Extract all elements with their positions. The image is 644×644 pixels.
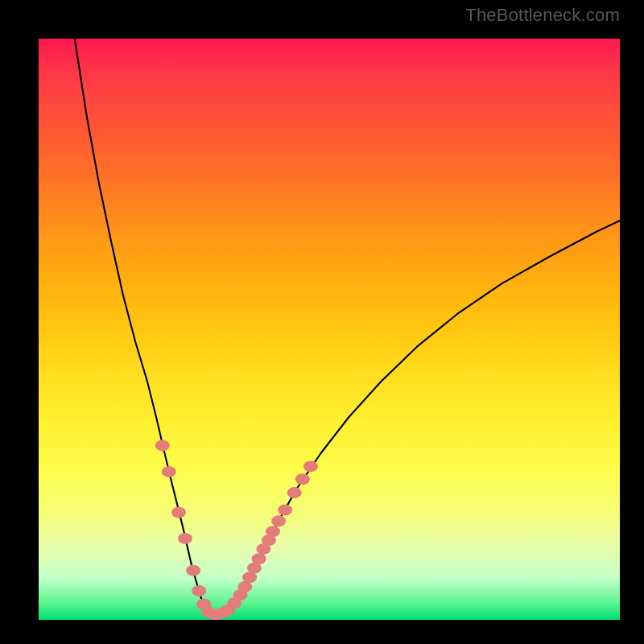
svg-point-1 <box>162 466 176 477</box>
chart-container: TheBottleneck.com <box>0 0 644 644</box>
bottleneck-curve <box>75 39 620 615</box>
svg-point-5 <box>192 585 206 597</box>
plot-area <box>39 39 620 620</box>
svg-point-23 <box>295 473 310 485</box>
svg-point-16 <box>252 553 266 564</box>
svg-point-22 <box>287 487 302 498</box>
svg-point-3 <box>178 533 192 544</box>
svg-point-2 <box>171 506 186 518</box>
svg-point-20 <box>271 515 286 526</box>
svg-point-24 <box>303 460 318 472</box>
svg-point-19 <box>266 526 280 537</box>
highlight-dots <box>155 440 318 620</box>
chart-svg <box>39 39 620 620</box>
svg-point-4 <box>186 565 200 576</box>
watermark-text: TheBottleneck.com <box>465 5 620 26</box>
svg-point-21 <box>278 505 292 516</box>
svg-point-0 <box>155 440 170 451</box>
